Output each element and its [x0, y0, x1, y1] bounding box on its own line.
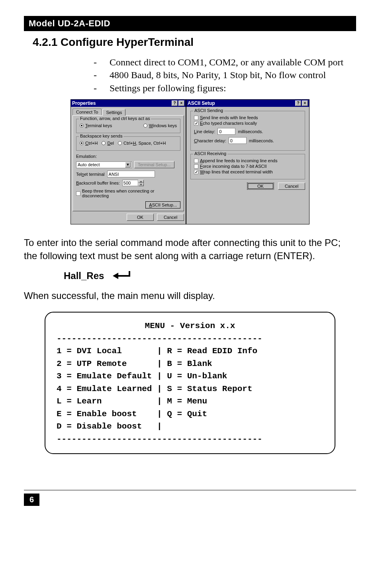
force-7bit-label: Force incoming data to 7-bit ASCII: [200, 164, 267, 169]
close-icon[interactable]: ×: [178, 100, 184, 106]
backscroll-input[interactable]: [122, 180, 138, 186]
enter-arrow-icon: [112, 270, 130, 281]
ascii-setup-dialog: ASCII Setup ? × ASCII Sending Send line …: [186, 99, 309, 224]
tab-connect-to[interactable]: Connect To: [72, 108, 102, 115]
menu-title: MENU - Version x.x: [57, 320, 323, 332]
tab-settings[interactable]: Settings: [102, 109, 125, 116]
ms-label: milliseconds.: [238, 129, 263, 134]
beep-label: Beep three times when connecting or disc…: [82, 189, 180, 198]
model-bar: Model UD-2A-EDID: [24, 16, 356, 31]
ok-button[interactable]: OK: [247, 183, 274, 190]
line-delay-input[interactable]: [217, 128, 235, 135]
help-icon[interactable]: ?: [172, 100, 178, 106]
ascii-title: ASCII Setup: [188, 100, 215, 106]
emulation-select[interactable]: Auto detect ▼: [76, 161, 132, 168]
properties-title: Properties: [72, 100, 96, 106]
section-title: 4.2.1 Configure HyperTerminal: [33, 36, 356, 49]
radio-del-label: Del: [107, 141, 114, 146]
char-delay-label: Character delay:: [194, 138, 226, 143]
send-line-ends-label: Send line ends with line feeds: [200, 115, 258, 120]
append-feeds-checkbox[interactable]: [194, 159, 198, 163]
radio-del[interactable]: [102, 141, 106, 145]
radio-ctrlh-label: Ctrl+H: [85, 141, 98, 146]
emulation-value: Auto detect: [78, 162, 100, 167]
ascii-setup-button[interactable]: ASCII Setup...: [145, 201, 180, 208]
menu-line: 4 = Emulate Learned | S = Status Report: [57, 384, 252, 393]
menu-line: D = Disable boost |: [57, 422, 162, 431]
ok-button[interactable]: OK: [127, 214, 154, 221]
bullet-item: Connect direct to COM1, COM2, or any ava…: [110, 56, 343, 69]
append-feeds-label: Append line feeds to incoming line ends: [200, 158, 277, 163]
telnet-value: ANSI: [109, 172, 119, 177]
properties-dialog: Properties ? × Connect To Settings Funct…: [71, 99, 186, 224]
ascii-receiving-legend: ASCII Receiving: [193, 151, 227, 156]
serial-instruction-text: To enter into the serial command mode af…: [24, 236, 356, 262]
radio-terminal-keys-label: Terminal keys: [85, 123, 112, 128]
send-line-ends-checkbox[interactable]: [194, 116, 198, 120]
footer-separator: [24, 490, 356, 490]
radio-terminal-keys[interactable]: [80, 124, 84, 128]
ms-label: milliseconds.: [249, 138, 274, 143]
telnet-label: Telnet terminal: [76, 172, 105, 177]
success-text: When successful, the main menu will disp…: [24, 289, 356, 302]
hall-res-command: Hall_Res: [64, 270, 104, 281]
group-function-keys: Function, arrow, and ctrl keys act as: [79, 116, 151, 121]
page-number: 6: [24, 494, 39, 506]
radio-ctrlh-space-label: Ctrl+H, Space, Ctrl+H: [123, 141, 166, 146]
backscroll-stepper[interactable]: ▲▼: [122, 180, 144, 186]
spin-down-icon[interactable]: ▼: [138, 183, 144, 186]
menu-line: 2 = UTP Remote | B = Blank: [57, 359, 212, 368]
bullet-list: -Connect direct to COM1, COM2, or any av…: [94, 56, 356, 94]
telnet-input[interactable]: ANSI: [107, 171, 155, 177]
beep-checkbox[interactable]: [76, 191, 80, 196]
menu-panel: MENU - Version x.x----------------------…: [45, 312, 335, 454]
menu-line: E = Enable boost | Q = Quit: [57, 409, 207, 419]
echo-locally-label: Echo typed characters locally: [200, 121, 257, 126]
ascii-sending-legend: ASCII Sending: [193, 108, 224, 113]
menu-line: L = Learn | M = Menu: [57, 397, 207, 406]
spin-up-icon[interactable]: ▲: [138, 180, 144, 183]
cancel-button[interactable]: Cancel: [157, 214, 184, 221]
menu-line: 1 = DVI Local | R = Read EDID Info: [57, 346, 257, 356]
force-7bit-checkbox[interactable]: [194, 164, 198, 169]
wrap-lines-label: Wrap lines that exceed terminal width: [200, 169, 273, 174]
chevron-down-icon: ▼: [125, 162, 131, 167]
menu-sep: ----------------------------------------…: [57, 334, 262, 343]
char-delay-input[interactable]: [229, 137, 247, 144]
radio-ctrlh-space[interactable]: [118, 141, 122, 145]
terminal-setup-button[interactable]: Terminal Setup...: [134, 161, 174, 168]
close-icon[interactable]: ×: [302, 100, 308, 106]
wrap-lines-checkbox[interactable]: ✓: [194, 170, 198, 174]
radio-ctrlh[interactable]: [80, 141, 84, 145]
help-icon[interactable]: ?: [295, 100, 301, 106]
emulation-label: Emulation:: [76, 154, 180, 159]
bullet-item: 4800 Baud, 8 bits, No Parity, 1 Stop bit…: [110, 69, 326, 81]
menu-sep: ----------------------------------------…: [57, 435, 262, 444]
menu-line: 3 = Emulate Default | U = Un-blank: [57, 372, 227, 381]
cancel-button[interactable]: Cancel: [278, 183, 305, 190]
group-backspace: Backspace key sends: [79, 134, 123, 138]
echo-locally-checkbox[interactable]: ✓: [194, 121, 198, 126]
line-delay-label: Line delay:: [194, 129, 215, 134]
radio-windows-keys-label: Windows keys: [149, 123, 177, 128]
backscroll-label: Backscroll buffer lines:: [76, 181, 120, 185]
bullet-item: Settings per following figures:: [110, 82, 226, 94]
radio-windows-keys[interactable]: [143, 124, 147, 128]
